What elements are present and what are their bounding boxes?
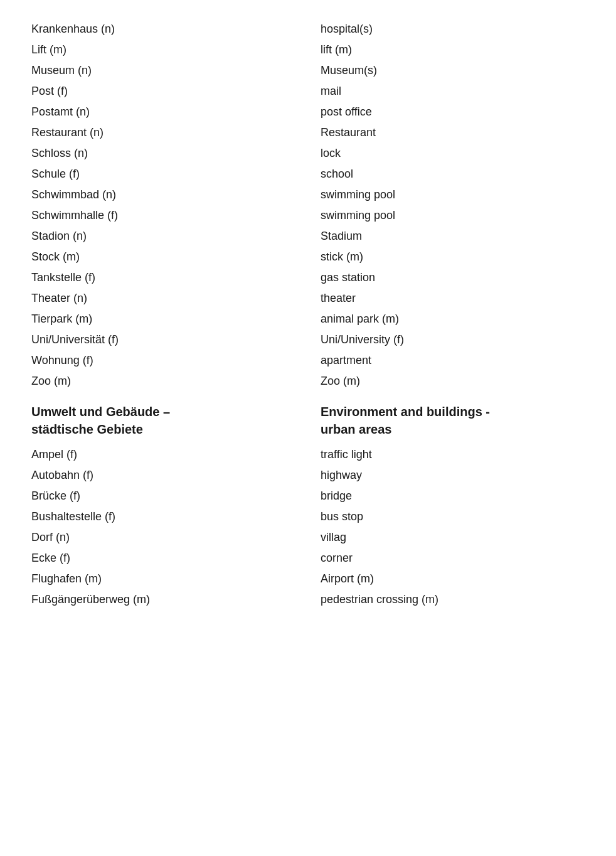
- german-term: Museum (n): [25, 60, 308, 81]
- german-term: Schule (f): [25, 164, 308, 185]
- english-term: swimming pool: [308, 185, 591, 205]
- vocab-row: Brücke (f)bridge: [25, 486, 591, 506]
- german-term: Schwimmbad (n): [25, 185, 308, 205]
- german-term: Uni/Universität (f): [25, 329, 308, 350]
- english-term: school: [308, 164, 591, 185]
- german-term: Fußgängerüberweg (m): [25, 589, 308, 610]
- english-term: hospital(s): [308, 19, 591, 40]
- english-term: bus stop: [308, 506, 591, 527]
- german-term: Krankenhaus (n): [25, 19, 308, 40]
- vocab-row: Stock (m)stick (m): [25, 247, 591, 267]
- vocab-row: Dorf (n)villag: [25, 527, 591, 548]
- english-term: lift (m): [308, 40, 591, 60]
- english-term: theater: [308, 288, 591, 309]
- vocab-row: Postamt (n)post office: [25, 102, 591, 122]
- english-term: corner: [308, 548, 591, 569]
- german-term: Zoo (m): [25, 371, 308, 392]
- german-term: Restaurant (n): [25, 122, 308, 143]
- german-term: Flughafen (m): [25, 569, 308, 589]
- vocab-row: Theater (n)theater: [25, 288, 591, 309]
- english-term: apartment: [308, 350, 591, 371]
- vocab-row: Bushaltestelle (f)bus stop: [25, 506, 591, 527]
- vocab-row: Autobahn (f)highway: [25, 465, 591, 486]
- vocab-row: Tierpark (m)animal park (m): [25, 309, 591, 329]
- german-term: Schwimmhalle (f): [25, 205, 308, 226]
- german-term: Brücke (f): [25, 486, 308, 506]
- english-term: Stadium: [308, 226, 591, 247]
- vocab-row: Museum (n)Museum(s): [25, 60, 591, 81]
- english-term: lock: [308, 143, 591, 164]
- english-term: animal park (m): [308, 309, 591, 329]
- vocab-row: Schwimmhalle (f)swimming pool: [25, 205, 591, 226]
- english-term: villag: [308, 527, 591, 548]
- german-term: Schloss (n): [25, 143, 308, 164]
- vocab-row: Fußgängerüberweg (m)pedestrian crossing …: [25, 589, 591, 610]
- english-term: mail: [308, 81, 591, 102]
- english-term: gas station: [308, 267, 591, 288]
- vocab-row: Ecke (f)corner: [25, 548, 591, 569]
- german-term: Postamt (n): [25, 102, 308, 122]
- vocab-row: Stadion (n)Stadium: [25, 226, 591, 247]
- german-term: Tankstelle (f): [25, 267, 308, 288]
- english-term: swimming pool: [308, 205, 591, 226]
- german-term: Bushaltestelle (f): [25, 506, 308, 527]
- section-header-german: Umwelt und Gebäude –städtische Gebiete: [25, 392, 308, 444]
- english-term: stick (m): [308, 247, 591, 267]
- german-term: Autobahn (f): [25, 465, 308, 486]
- vocab-row: Ampel (f)traffic light: [25, 444, 591, 465]
- vocab-row: Schule (f)school: [25, 164, 591, 185]
- vocab-row: Wohnung (f)apartment: [25, 350, 591, 371]
- vocab-row: Lift (m)lift (m): [25, 40, 591, 60]
- german-term: Dorf (n): [25, 527, 308, 548]
- section-header-english: Environment and buildings -urban areas: [308, 392, 591, 444]
- vocab-row: Krankenhaus (n)hospital(s): [25, 19, 591, 40]
- vocab-row: Schwimmbad (n)swimming pool: [25, 185, 591, 205]
- section-header-row: Umwelt und Gebäude –städtische GebieteEn…: [25, 392, 591, 444]
- english-term: Airport (m): [308, 569, 591, 589]
- german-term: Stock (m): [25, 247, 308, 267]
- vocab-row: Schloss (n)lock: [25, 143, 591, 164]
- english-term: pedestrian crossing (m): [308, 589, 591, 610]
- english-term: Restaurant: [308, 122, 591, 143]
- english-term: Museum(s): [308, 60, 591, 81]
- vocab-row: Tankstelle (f)gas station: [25, 267, 591, 288]
- vocab-row: Uni/Universität (f)Uni/University (f): [25, 329, 591, 350]
- german-term: Lift (m): [25, 40, 308, 60]
- vocab-row: Post (f)mail: [25, 81, 591, 102]
- german-term: Wohnung (f): [25, 350, 308, 371]
- vocab-row: Zoo (m)Zoo (m): [25, 371, 591, 392]
- german-term: Theater (n): [25, 288, 308, 309]
- english-term: highway: [308, 465, 591, 486]
- english-term: bridge: [308, 486, 591, 506]
- english-term: traffic light: [308, 444, 591, 465]
- vocabulary-table: Krankenhaus (n)hospital(s)Lift (m)lift (…: [25, 19, 591, 610]
- german-term: Tierpark (m): [25, 309, 308, 329]
- german-term: Ampel (f): [25, 444, 308, 465]
- german-term: Ecke (f): [25, 548, 308, 569]
- vocab-row: Flughafen (m)Airport (m): [25, 569, 591, 589]
- vocab-row: Restaurant (n)Restaurant: [25, 122, 591, 143]
- english-term: post office: [308, 102, 591, 122]
- english-term: Uni/University (f): [308, 329, 591, 350]
- german-term: Stadion (n): [25, 226, 308, 247]
- english-term: Zoo (m): [308, 371, 591, 392]
- german-term: Post (f): [25, 81, 308, 102]
